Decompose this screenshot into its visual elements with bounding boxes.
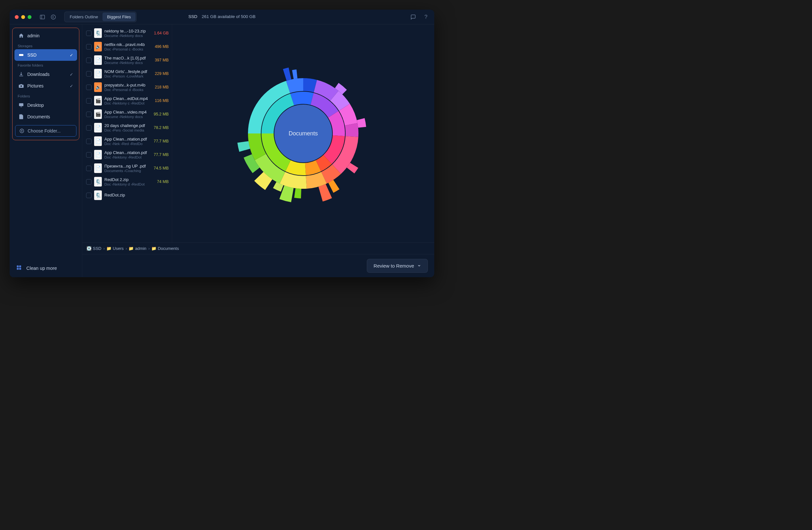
file-row[interactable]: 📄 The macO...k [1.0].pdf Docume ›Nektony…	[82, 53, 172, 67]
file-path: Doc ›Personal c ›Books	[104, 47, 149, 51]
file-size: 397 MB	[151, 58, 169, 62]
file-name: 20 days challenge.pdf	[104, 123, 149, 128]
sunburst-chart[interactable]: Documents	[234, 64, 372, 203]
breadcrumb-segment[interactable]: 📁Users	[107, 246, 124, 251]
file-list[interactable]: 🗜️ nektony te...-10-23.zip Docume ›Nekto…	[82, 25, 172, 242]
folder-icon: 💽	[87, 246, 91, 251]
file-checkbox[interactable]	[86, 30, 91, 36]
file-path: Docume ›Nektony docs	[104, 61, 149, 65]
file-size: 496 MB	[151, 44, 169, 49]
file-thumb: 🎬	[94, 96, 102, 106]
file-path: Doc ›Pers ›Social media	[104, 128, 149, 132]
file-row[interactable]: 🎬 App Clean...video.mp4 Docume ›Nektony …	[82, 108, 172, 121]
file-checkbox[interactable]	[86, 58, 91, 63]
file-checkbox[interactable]	[86, 112, 91, 117]
file-row[interactable]: 📄 App Clean...ntation.pdf Doc ›Nek ›Red …	[82, 135, 172, 148]
sidebar-item-user[interactable]: admin	[14, 30, 77, 41]
feedback-icon[interactable]	[410, 14, 416, 20]
file-row[interactable]: 🔊 prepyatstv...k-put.m4b Doc ›Personal d…	[82, 80, 172, 94]
file-row[interactable]: 📄 Презента...ng UP .pdf Documents ›Coach…	[82, 162, 172, 175]
sidebar-item-label: Downloads	[27, 72, 49, 77]
view-tabs: Folders Outline Biggest Files	[64, 12, 136, 22]
home-icon	[18, 33, 24, 39]
file-thumb: 📄	[94, 123, 102, 132]
file-checkbox[interactable]	[86, 139, 91, 144]
file-checkbox[interactable]	[86, 152, 91, 157]
section-storages: Storages	[14, 41, 78, 49]
grid-icon	[16, 265, 22, 271]
chevron-down-icon	[417, 263, 421, 268]
chart-segment[interactable]	[290, 92, 314, 106]
chart-center[interactable]	[274, 104, 332, 163]
svg-point-4	[20, 86, 22, 87]
cleanup-button[interactable]: Clean up more	[10, 259, 82, 277]
file-checkbox[interactable]	[86, 98, 91, 103]
tab-biggest-files[interactable]: Biggest Files	[102, 13, 135, 21]
file-checkbox[interactable]	[86, 85, 91, 90]
help-icon[interactable]: ?	[423, 14, 429, 20]
file-thumb: 🎬	[94, 109, 102, 119]
file-row[interactable]: 🎬 App Clean...edDot.mp4 Doc ›Nektony c ›…	[82, 94, 172, 108]
folder-icon: 📁	[151, 246, 156, 251]
sidebar-item-desktop[interactable]: Desktop	[14, 99, 77, 111]
file-row[interactable]: 🗜️ RedDot.zip	[82, 189, 172, 202]
file-path: Doc ›Nektony d ›RedDot	[104, 182, 149, 186]
camera-icon	[18, 83, 24, 89]
file-row[interactable]: 📄 20 days challenge.pdf Doc ›Pers ›Socia…	[82, 121, 172, 135]
toggle-sidebar-icon[interactable]	[39, 14, 46, 20]
file-name: RedDot 2.zip	[104, 177, 149, 182]
svg-rect-5	[19, 103, 24, 106]
chart-segment[interactable]	[237, 141, 250, 152]
folder-icon: 📁	[129, 246, 133, 251]
chart-segment[interactable]	[294, 188, 301, 198]
file-checkbox[interactable]	[86, 179, 91, 185]
breadcrumb[interactable]: 💽SSD›📁Users›📁admin›📁Documents	[82, 242, 434, 254]
file-row[interactable]: 🔊 netflix-nik...pravil.m4b Doc ›Personal…	[82, 40, 172, 53]
file-row[interactable]: 🗜️ nektony te...-10-23.zip Docume ›Nekto…	[82, 26, 172, 40]
file-checkbox[interactable]	[86, 125, 91, 130]
chart-segment[interactable]	[345, 123, 359, 137]
sidebar-item-downloads[interactable]: Downloads ✓	[14, 69, 77, 80]
breadcrumb-separator: ›	[148, 246, 150, 251]
chart-segment[interactable]	[283, 68, 291, 81]
folder-icon: 📁	[107, 246, 111, 251]
file-checkbox[interactable]	[86, 193, 91, 198]
file-row[interactable]: 📄 NOM Girls'...festyle.pdf Doc ›Person ›…	[82, 67, 172, 80]
file-path: Docume ›Nektony docs	[104, 115, 149, 119]
plus-circle-icon	[19, 128, 25, 134]
document-icon	[18, 114, 24, 120]
file-path: Doc ›Nek ›Red ›RedDo	[104, 142, 149, 146]
sidebar-item-pictures[interactable]: Pictures ✓	[14, 80, 77, 92]
storage-status: SSD 261 GB available of 500 GB	[189, 14, 256, 19]
file-row[interactable]: 📄 App Clean...ntation.pdf Doc ›Nektony ›…	[82, 148, 172, 162]
fullscreen-window[interactable]	[28, 15, 31, 19]
file-checkbox[interactable]	[86, 44, 91, 50]
file-path: Doc ›Nektony c ›RedDot	[104, 101, 149, 105]
file-thumb: 📄	[94, 150, 102, 159]
file-list-panel: 🗜️ nektony te...-10-23.zip Docume ›Nekto…	[82, 25, 172, 242]
close-window[interactable]	[15, 15, 19, 19]
breadcrumb-segment[interactable]: 📁admin	[129, 246, 146, 251]
minimize-window[interactable]	[21, 15, 25, 19]
choose-folder-button[interactable]: Choose Folder...	[15, 125, 76, 137]
chart-segment[interactable]	[357, 118, 366, 128]
sidebar-item-label: Documents	[27, 114, 50, 119]
file-size: 74 MB	[151, 179, 169, 184]
file-checkbox[interactable]	[86, 71, 91, 76]
file-size: 218 MB	[151, 85, 169, 89]
tab-folders-outline[interactable]: Folders Outline	[65, 13, 102, 21]
file-thumb: 🗜️	[94, 191, 102, 200]
file-row[interactable]: 🗜️ RedDot 2.zip Doc ›Nektony d ›RedDot 7…	[82, 175, 172, 189]
file-checkbox[interactable]	[86, 166, 91, 171]
breadcrumb-segment[interactable]: 💽SSD	[87, 246, 102, 251]
file-name: RedDot.zip	[104, 193, 149, 197]
check-icon: ✓	[70, 84, 73, 88]
breadcrumb-segment[interactable]: 📁Documents	[151, 246, 179, 251]
chart-segment[interactable]	[292, 69, 298, 79]
review-to-remove-button[interactable]: Review to Remove	[367, 259, 428, 273]
sidebar-item-documents[interactable]: Documents	[14, 111, 77, 123]
sidebar-item-ssd[interactable]: SSD ✓	[14, 49, 77, 61]
chart-segment[interactable]	[318, 184, 332, 201]
back-icon[interactable]	[50, 14, 57, 20]
file-thumb: 🔊	[94, 82, 102, 92]
